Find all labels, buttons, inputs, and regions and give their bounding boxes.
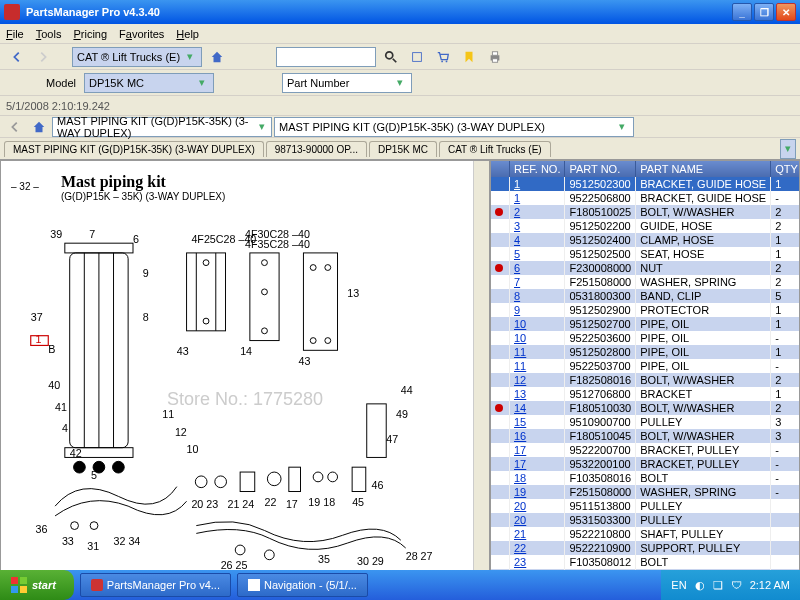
table-row[interactable]: 49512502400CLAMP, HOSE1- <box>491 233 800 247</box>
cell-ref[interactable]: 6 <box>510 261 565 275</box>
table-row[interactable]: 19512502300BRACKET, GUIDE HOSE1- <box>491 177 800 191</box>
cell-ref[interactable]: 2 <box>510 205 565 219</box>
home-button[interactable] <box>206 46 228 68</box>
table-row[interactable]: 16F180510045BOLT, W/WASHER3- <box>491 429 800 443</box>
tab-kit[interactable]: MAST PIPING KIT (G(D)P15K-35K) (3-WAY DU… <box>4 141 264 157</box>
th-part[interactable]: PART NO. <box>565 161 636 177</box>
language-indicator[interactable]: EN <box>671 579 686 591</box>
cell-ref[interactable]: 11 <box>510 359 565 373</box>
menu-pricing[interactable]: Pricing <box>73 28 107 40</box>
tab-catalog[interactable]: CAT ® Lift Trucks (E) <box>439 141 551 157</box>
table-row[interactable]: 19522506800BRACKET, GUIDE HOSE--1 <box>491 191 800 205</box>
cell-ref[interactable]: 15 <box>510 415 565 429</box>
th-ref[interactable]: REF. NO. <box>510 161 565 177</box>
table-row[interactable]: 23F103508012BOLT <box>491 555 800 569</box>
cell-ref[interactable]: 10 <box>510 331 565 345</box>
print-button[interactable] <box>484 46 506 68</box>
table-row[interactable]: 7F251508000WASHER, SPRING222 <box>491 275 800 289</box>
taskbar-item-navigation[interactable]: Navigation - (5/1/... <box>237 573 368 597</box>
taskbar-item-partsmanager[interactable]: PartsManager Pro v4... <box>80 573 231 597</box>
bookmark-button[interactable] <box>458 46 480 68</box>
table-row[interactable]: 179522200700BRACKET, PULLEY--1 <box>491 443 800 457</box>
cell-ref[interactable]: 8 <box>510 289 565 303</box>
table-row[interactable]: 139512706800BRACKET1- <box>491 387 800 401</box>
cart-button[interactable] <box>432 46 454 68</box>
tab-model[interactable]: DP15K MC <box>369 141 437 157</box>
cell-ref[interactable]: 3 <box>510 219 565 233</box>
table-row[interactable]: 209511513800PULLEY <box>491 499 800 513</box>
field-type-select[interactable]: Part Number▾ <box>282 73 412 93</box>
cell-ref[interactable]: 4 <box>510 233 565 247</box>
cell-ref[interactable]: 16 <box>510 429 565 443</box>
cell-ref[interactable]: 1 <box>510 191 565 205</box>
start-button[interactable]: start <box>0 570 74 600</box>
menu-favorites[interactable]: Favorites <box>119 28 164 40</box>
table-row[interactable]: 179532200100BRACKET, PULLEY- <box>491 457 800 471</box>
menu-file[interactable]: File <box>6 28 24 40</box>
table-row[interactable]: 19F251508000WASHER, SPRING- <box>491 485 800 499</box>
table-row[interactable]: 18F103508016BOLT- <box>491 471 800 485</box>
breadcrumb-kit-select[interactable]: MAST PIPING KIT (G(D)P15K-35K) (3-WAY DU… <box>274 117 634 137</box>
cell-ref[interactable]: 12 <box>510 373 565 387</box>
cell-ref[interactable]: 7 <box>510 275 565 289</box>
search-input[interactable] <box>276 47 376 67</box>
cell-ref[interactable]: 14 <box>510 401 565 415</box>
cell-ref[interactable]: 1 <box>510 177 565 191</box>
back-button[interactable] <box>6 46 28 68</box>
search-button[interactable] <box>380 46 402 68</box>
table-row[interactable]: 99512502900PROTECTOR13 <box>491 303 800 317</box>
menu-tools[interactable]: Tools <box>36 28 62 40</box>
cell-ref[interactable]: 13 <box>510 387 565 401</box>
breadcrumb-path-select[interactable]: MAST PIPING KIT (G(D)P15K-35K) (3-WAY DU… <box>52 117 272 137</box>
cell-ref[interactable]: 9 <box>510 303 565 317</box>
clock[interactable]: 2:12 AM <box>750 579 790 591</box>
table-row[interactable]: 109512502700PIPE, OIL1- <box>491 317 800 331</box>
th-name[interactable]: PART NAME <box>636 161 771 177</box>
table-row[interactable]: 6F230008000NUT222 <box>491 261 800 275</box>
table-row[interactable]: 209531503300PULLEY <box>491 513 800 527</box>
tray-icon[interactable]: ◐ <box>695 579 705 592</box>
table-row[interactable]: 80531800300BAND, CLIP533 <box>491 289 800 303</box>
cell-ref[interactable]: 23 <box>510 555 565 569</box>
table-row[interactable]: 14F180510030BOLT, W/WASHER222 <box>491 401 800 415</box>
cell-ref[interactable]: 5 <box>510 247 565 261</box>
cell-ref[interactable]: 21 <box>510 527 565 541</box>
diagram-scrollbar[interactable] <box>473 161 489 587</box>
table-row[interactable]: 219522210800SHAFT, PULLEY <box>491 527 800 541</box>
tab-document[interactable]: 98713-90000 OP... <box>266 141 367 157</box>
cell-ref[interactable]: 18 <box>510 471 565 485</box>
cell-ref[interactable]: 17 <box>510 457 565 471</box>
table-row[interactable]: 109522503600PIPE, OIL--1 <box>491 331 800 345</box>
breadcrumb-back-button[interactable] <box>4 116 26 138</box>
diagram-pane[interactable]: – 32 – Mast piping kit (G(D)P15K – 35K) … <box>0 160 490 588</box>
menu-help[interactable]: Help <box>176 28 199 40</box>
table-row[interactable]: 119522503700PIPE, OIL--1 <box>491 359 800 373</box>
table-row[interactable]: 119512502800PIPE, OIL1- <box>491 345 800 359</box>
cell-ref[interactable]: 10 <box>510 317 565 331</box>
th-marker[interactable] <box>491 161 510 177</box>
model-select[interactable]: DP15K MC▾ <box>84 73 214 93</box>
table-row[interactable]: 229522210900SUPPORT, PULLEY <box>491 541 800 555</box>
table-row[interactable]: 159510900700PULLEY3- <box>491 415 800 429</box>
maximize-button[interactable]: ❐ <box>754 3 774 21</box>
close-button[interactable]: ✕ <box>776 3 796 21</box>
catalog-select[interactable]: CAT ® Lift Trucks (E)▾ <box>72 47 202 67</box>
cell-ref[interactable]: 22 <box>510 541 565 555</box>
breadcrumb-home-button[interactable] <box>28 116 50 138</box>
cell-ref[interactable]: 20 <box>510 513 565 527</box>
forward-button[interactable] <box>32 46 54 68</box>
minimize-button[interactable]: _ <box>732 3 752 21</box>
table-row[interactable]: 39512502200GUIDE, HOSE2- <box>491 219 800 233</box>
cell-ref[interactable]: 11 <box>510 345 565 359</box>
cell-ref[interactable]: 17 <box>510 443 565 457</box>
th-qty[interactable]: QTY <box>771 161 800 177</box>
table-row[interactable]: 12F182508016BOLT, W/WASHER222 <box>491 373 800 387</box>
table-row[interactable]: 59512502500SEAT, HOSE1- <box>491 247 800 261</box>
cell-ref[interactable]: 20 <box>510 499 565 513</box>
table-row[interactable]: 2F180510025BOLT, W/WASHER222 <box>491 205 800 219</box>
tray-icon[interactable]: ❏ <box>713 579 723 592</box>
cell-ref[interactable]: 19 <box>510 485 565 499</box>
filter-button[interactable] <box>406 46 428 68</box>
tab-dropdown[interactable]: ▾ <box>780 139 796 159</box>
tray-icon[interactable]: 🛡 <box>731 579 742 591</box>
